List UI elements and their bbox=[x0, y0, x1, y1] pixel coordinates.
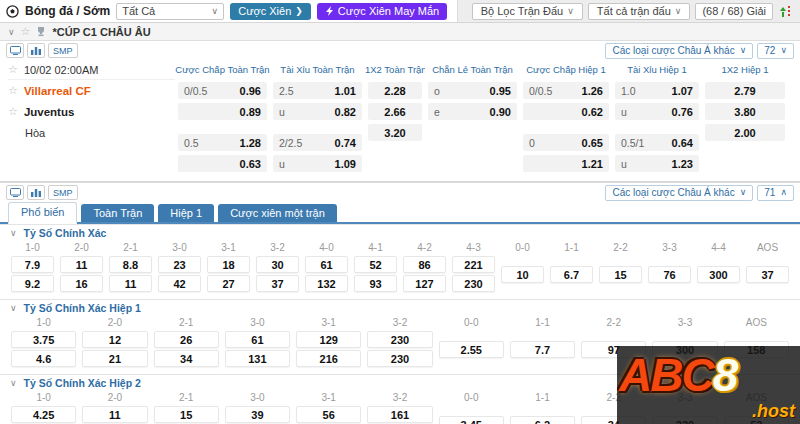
score-odds-cell[interactable]: 132 bbox=[305, 275, 348, 292]
score-odds-cell[interactable]: 221 bbox=[452, 256, 495, 273]
score-odds-cell[interactable]: 230 bbox=[452, 275, 495, 292]
score-odds-cell[interactable]: 23 bbox=[158, 256, 201, 273]
score-odds-cell[interactable]: 131 bbox=[225, 350, 290, 367]
score-odds-cell[interactable]: 3.75 bbox=[11, 331, 76, 348]
odds-cell[interactable]: 3.20 bbox=[368, 124, 422, 141]
score-odds-cell[interactable]: 8.8 bbox=[109, 256, 152, 273]
tab-popular[interactable]: Phổ biến bbox=[8, 202, 77, 224]
score-odds-cell[interactable]: 3.45 bbox=[439, 416, 504, 424]
bet-types-dropdown[interactable]: Các loại cược Châu Á khác ∨ bbox=[605, 185, 753, 201]
score-odds-cell[interactable]: 9.2 bbox=[11, 275, 54, 292]
score-odds-cell[interactable]: 11 bbox=[82, 406, 147, 423]
score-odds-cell[interactable]: 10 bbox=[501, 266, 544, 283]
favorite-star-icon[interactable]: ☆ bbox=[8, 84, 18, 97]
tv-stream-icon[interactable] bbox=[6, 43, 24, 58]
score-odds-cell[interactable]: 37 bbox=[746, 266, 789, 283]
odds-cell[interactable]: 0/0.50.96 bbox=[178, 82, 267, 99]
sort-button[interactable] bbox=[778, 5, 794, 18]
away-team-name[interactable]: Juventus bbox=[24, 106, 75, 118]
score-odds-cell[interactable]: 39 bbox=[225, 406, 290, 423]
odds-cell[interactable]: 00.65 bbox=[523, 134, 609, 151]
odds-cell[interactable]: e0.90 bbox=[428, 103, 517, 120]
league-name[interactable]: *CÚP C1 CHÂU ÂU bbox=[52, 26, 150, 38]
favorite-star-icon[interactable]: ☆ bbox=[21, 25, 31, 38]
odds-cell[interactable]: 2.00 bbox=[705, 124, 785, 141]
odds-cell[interactable]: 2.66 bbox=[368, 103, 422, 120]
odds-cell[interactable]: 0.62 bbox=[523, 103, 609, 120]
score-odds-cell[interactable]: 34 bbox=[154, 350, 219, 367]
score-odds-cell[interactable]: 26 bbox=[154, 331, 219, 348]
odds-cell[interactable]: 2/2.50.74 bbox=[273, 134, 362, 151]
score-odds-cell[interactable]: 6.7 bbox=[550, 266, 593, 283]
odds-cell[interactable]: 0.5/10.64 bbox=[615, 134, 699, 151]
odds-cell[interactable]: 2.28 bbox=[368, 82, 422, 99]
all-matches-button[interactable]: Tất cả trận đấu ∨ bbox=[588, 3, 691, 20]
score-odds-cell[interactable]: 27 bbox=[207, 275, 250, 292]
stats-chart-icon[interactable] bbox=[27, 185, 45, 200]
bet-count-dropdown[interactable]: 71 ∧ bbox=[757, 185, 794, 201]
odds-cell[interactable]: 3.80 bbox=[705, 103, 785, 120]
score-odds-cell[interactable]: 37 bbox=[256, 275, 299, 292]
score-odds-cell[interactable]: 216 bbox=[296, 350, 361, 367]
score-odds-cell[interactable]: 16 bbox=[60, 275, 103, 292]
odds-cell[interactable]: 1.21 bbox=[523, 155, 609, 172]
score-odds-cell[interactable]: 7.9 bbox=[11, 256, 54, 273]
odds-cell[interactable]: u0.82 bbox=[273, 103, 362, 120]
collapse-chevron-icon[interactable]: ∨ bbox=[10, 228, 17, 238]
score-section-header[interactable]: ∨Tỷ Số Chính Xác bbox=[0, 225, 800, 241]
score-section-header[interactable]: ∨Tỷ Số Chính Xác Hiệp 1 bbox=[0, 300, 800, 316]
score-odds-cell[interactable]: 61 bbox=[225, 331, 290, 348]
score-odds-cell[interactable]: 12 bbox=[82, 331, 147, 348]
odds-cell[interactable]: 0.89 bbox=[178, 103, 267, 120]
odds-cell[interactable]: o0.95 bbox=[428, 82, 517, 99]
odds-cell[interactable]: u0.76 bbox=[615, 103, 699, 120]
home-team-name[interactable]: Villarreal CF bbox=[24, 85, 91, 97]
parlay-button[interactable]: Cược Xiên ❯ bbox=[230, 3, 311, 20]
bet-types-dropdown[interactable]: Các loại cược Châu Á khác ∨ bbox=[605, 43, 753, 59]
odds-cell[interactable]: u1.09 bbox=[273, 155, 362, 172]
collapse-chevron-icon[interactable]: ∨ bbox=[8, 27, 15, 37]
stats-chart-icon[interactable] bbox=[27, 43, 45, 58]
score-odds-cell[interactable]: 86 bbox=[403, 256, 446, 273]
score-odds-cell[interactable]: 76 bbox=[648, 266, 691, 283]
score-odds-cell[interactable]: 93 bbox=[354, 275, 397, 292]
bet-count-dropdown[interactable]: 72 ∨ bbox=[757, 43, 794, 59]
score-odds-cell[interactable]: 30 bbox=[256, 256, 299, 273]
score-odds-cell[interactable]: 230 bbox=[367, 331, 432, 348]
score-odds-cell[interactable]: 7.7 bbox=[510, 341, 575, 358]
score-odds-cell[interactable]: 2.55 bbox=[439, 341, 504, 358]
score-odds-cell[interactable]: 11 bbox=[60, 256, 103, 273]
score-odds-cell[interactable]: 4.25 bbox=[11, 406, 76, 423]
tv-stream-icon[interactable] bbox=[6, 185, 24, 200]
smp-badge[interactable]: SMP bbox=[48, 185, 78, 200]
score-odds-cell[interactable]: 42 bbox=[158, 275, 201, 292]
league-filter-select[interactable]: Tất Cả ∨ bbox=[116, 3, 224, 20]
score-odds-cell[interactable]: 4.6 bbox=[11, 350, 76, 367]
lucky-parlay-button[interactable]: Cược Xiên May Mắn bbox=[317, 3, 447, 20]
score-odds-cell[interactable]: 15 bbox=[599, 266, 642, 283]
score-odds-cell[interactable]: 129 bbox=[296, 331, 361, 348]
score-odds-cell[interactable]: 15 bbox=[154, 406, 219, 423]
favorite-star-icon[interactable]: ☆ bbox=[8, 63, 18, 76]
tab-single-match-parlay[interactable]: Cược xiên một trận bbox=[218, 204, 337, 222]
collapse-chevron-icon[interactable]: ∨ bbox=[10, 378, 17, 388]
collapse-chevron-icon[interactable]: ∨ bbox=[10, 303, 17, 313]
tab-full-time[interactable]: Toàn Trận bbox=[81, 204, 154, 222]
score-odds-cell[interactable]: 18 bbox=[207, 256, 250, 273]
score-odds-cell[interactable]: 6.2 bbox=[510, 416, 575, 424]
score-odds-cell[interactable]: 300 bbox=[697, 266, 740, 283]
odds-cell[interactable]: u1.23 bbox=[615, 155, 699, 172]
score-odds-cell[interactable]: 52 bbox=[354, 256, 397, 273]
odds-cell[interactable]: 0.51.28 bbox=[178, 134, 267, 151]
score-odds-cell[interactable]: 61 bbox=[305, 256, 348, 273]
score-odds-cell[interactable]: 56 bbox=[296, 406, 361, 423]
favorite-star-icon[interactable]: ☆ bbox=[8, 105, 18, 118]
score-odds-cell[interactable]: 230 bbox=[367, 350, 432, 367]
score-odds-cell[interactable]: 11 bbox=[109, 275, 152, 292]
score-odds-cell[interactable]: 127 bbox=[403, 275, 446, 292]
match-filter-button[interactable]: Bộ Lọc Trận Đấu ∨ bbox=[472, 3, 583, 20]
odds-cell[interactable]: 2.51.01 bbox=[273, 82, 362, 99]
smp-badge[interactable]: SMP bbox=[48, 43, 78, 58]
score-odds-cell[interactable]: 161 bbox=[367, 406, 432, 423]
odds-cell[interactable]: 1.01.07 bbox=[615, 82, 699, 99]
